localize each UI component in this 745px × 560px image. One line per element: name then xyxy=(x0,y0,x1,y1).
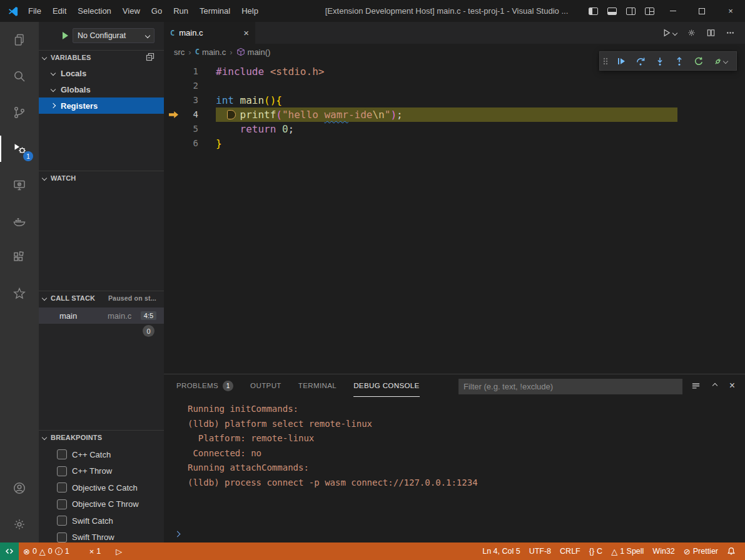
tasks-status[interactable]: × 1 xyxy=(85,542,106,560)
activity-run-and-debug[interactable]: 1 xyxy=(0,131,39,167)
checkbox[interactable] xyxy=(57,532,67,542)
debug-status[interactable]: ▷ xyxy=(111,542,126,560)
checkbox[interactable] xyxy=(57,499,67,509)
menu-terminal[interactable]: Terminal xyxy=(194,0,236,22)
breakpoint-item-objective-c-catch[interactable]: Objective C Catch xyxy=(39,479,164,496)
tab-main-c[interactable]: C main.c × xyxy=(164,22,255,44)
customize-layout-button[interactable] xyxy=(640,0,659,22)
toolbar-drag-handle[interactable] xyxy=(600,52,611,71)
menu-edit[interactable]: Edit xyxy=(47,0,72,22)
activity-star[interactable] xyxy=(0,276,39,312)
maximize-panel-button[interactable] xyxy=(713,384,717,388)
formatter-status[interactable]: ⊘ Prettier xyxy=(679,542,722,560)
problems-status[interactable]: ⊗ 0 △ 0 i 1 xyxy=(19,542,74,560)
code-editor[interactable]: 1#include <stdio.h>23int main(){4 printf… xyxy=(164,60,736,374)
start-debug-icon[interactable] xyxy=(63,32,68,39)
step-out-button[interactable] xyxy=(669,52,689,71)
debug-console-output[interactable]: Running initCommands:(lldb) platform sel… xyxy=(164,397,745,490)
debug-console-input[interactable] xyxy=(164,526,745,541)
toggle-secondary-sidebar-button[interactable] xyxy=(621,0,640,22)
line-content[interactable]: } xyxy=(198,136,736,151)
line-content[interactable]: printf("hello wamr-ide\n"); xyxy=(198,108,736,122)
close-tab-icon[interactable]: × xyxy=(243,28,249,38)
activity-settings[interactable] xyxy=(0,506,39,542)
step-into-button[interactable] xyxy=(650,52,669,71)
breadcrumb-file[interactable]: Cmain.c xyxy=(195,48,226,57)
activity-docker[interactable] xyxy=(0,203,39,239)
call-stack-section-header[interactable]: CALL STACK Paused on st... xyxy=(39,291,164,304)
console-options-button[interactable] xyxy=(691,381,701,391)
activity-remote-explorer[interactable] xyxy=(0,167,39,203)
menu-help[interactable]: Help xyxy=(236,0,264,22)
encoding-indicator[interactable]: UTF-8 xyxy=(525,542,555,560)
breakpoint-item-swift-catch[interactable]: Swift Catch xyxy=(39,512,164,529)
activity-explorer[interactable] xyxy=(0,22,39,58)
breadcrumb-symbol[interactable]: main() xyxy=(236,48,271,57)
eol-indicator[interactable]: CRLF xyxy=(555,542,585,560)
continue-button[interactable] xyxy=(611,52,631,71)
checkbox[interactable] xyxy=(57,449,67,459)
editor-settings-button[interactable] xyxy=(687,28,696,38)
cursor-position[interactable]: Ln 4, Col 5 xyxy=(478,542,524,560)
line-content[interactable]: int main(){ xyxy=(198,93,736,108)
breakpoint-item-objective-c-throw[interactable]: Objective C Throw xyxy=(39,496,164,512)
gutter-glyph-margin[interactable] xyxy=(164,79,181,93)
code-line-3[interactable]: 3int main(){ xyxy=(164,93,736,108)
code-line-6[interactable]: 6} xyxy=(164,136,736,151)
variables-item-locals[interactable]: Locals xyxy=(39,65,164,81)
line-content[interactable] xyxy=(198,79,736,93)
breadcrumb-src[interactable]: src xyxy=(174,48,185,57)
run-file-button[interactable] xyxy=(662,28,677,38)
panel-tab-problems[interactable]: PROBLEMS1 xyxy=(176,375,233,397)
menu-selection[interactable]: Selection xyxy=(72,0,116,22)
code-line-2[interactable]: 2 xyxy=(164,79,736,93)
checkbox[interactable] xyxy=(57,482,67,492)
split-editor-button[interactable] xyxy=(706,28,716,38)
toggle-panel-button[interactable] xyxy=(602,0,621,22)
notifications-button[interactable] xyxy=(722,542,740,560)
language-mode[interactable]: {} C xyxy=(585,542,607,560)
variables-item-globals[interactable]: Globals xyxy=(39,81,164,98)
variables-item-registers[interactable]: Registers xyxy=(39,98,164,114)
gutter-glyph-margin[interactable] xyxy=(164,122,181,136)
gutter-glyph-margin[interactable] xyxy=(164,93,181,108)
menu-go[interactable]: Go xyxy=(146,0,168,22)
collapse-all-button[interactable] xyxy=(145,52,155,62)
os-indicator[interactable]: Win32 xyxy=(648,542,679,560)
breakpoints-section-header[interactable]: BREAKPOINTS xyxy=(39,430,164,444)
activity-extensions[interactable] xyxy=(0,239,39,276)
breakpoint-item-c-throw[interactable]: C++ Throw xyxy=(39,463,164,479)
panel-tab-terminal[interactable]: TERMINAL xyxy=(298,375,337,397)
gutter-glyph-margin[interactable] xyxy=(164,108,181,122)
line-content[interactable]: return 0; xyxy=(198,122,736,136)
breakpoint-item-c-catch[interactable]: C++ Catch xyxy=(39,446,164,462)
checkbox[interactable] xyxy=(57,466,67,476)
step-over-button[interactable] xyxy=(631,52,650,71)
watch-section-header[interactable]: WATCH xyxy=(39,171,164,184)
close-button[interactable]: × xyxy=(716,0,745,22)
activity-search[interactable] xyxy=(0,58,39,94)
code-line-5[interactable]: 5 return 0; xyxy=(164,122,736,136)
close-panel-button[interactable]: × xyxy=(729,380,735,391)
activity-account[interactable] xyxy=(0,470,39,506)
spell-checker-status[interactable]: △ 1 Spell xyxy=(607,542,648,560)
gutter-glyph-margin[interactable] xyxy=(164,64,181,79)
more-actions-button[interactable] xyxy=(726,28,735,38)
maximize-button[interactable] xyxy=(687,0,716,22)
console-filter-input[interactable] xyxy=(459,379,682,394)
call-stack-frame[interactable]: main main.c 4:5 xyxy=(39,308,164,324)
menu-run[interactable]: Run xyxy=(168,0,194,22)
minimize-button[interactable] xyxy=(659,0,687,22)
code-line-4[interactable]: 4 printf("hello wamr-ide\n"); xyxy=(164,108,736,122)
gutter-glyph-margin[interactable] xyxy=(164,136,181,151)
checkbox[interactable] xyxy=(57,516,67,526)
remote-indicator[interactable] xyxy=(0,542,19,560)
activity-source-control[interactable] xyxy=(0,94,39,131)
menu-view[interactable]: View xyxy=(117,0,146,22)
panel-tab-debug-console[interactable]: DEBUG CONSOLE xyxy=(353,375,420,397)
launch-config-dropdown[interactable]: No Configurat xyxy=(73,28,155,43)
menu-file[interactable]: File xyxy=(23,0,47,22)
toggle-sidebar-button[interactable] xyxy=(584,0,602,22)
panel-tab-output[interactable]: OUTPUT xyxy=(250,375,281,397)
restart-button[interactable] xyxy=(689,52,708,71)
